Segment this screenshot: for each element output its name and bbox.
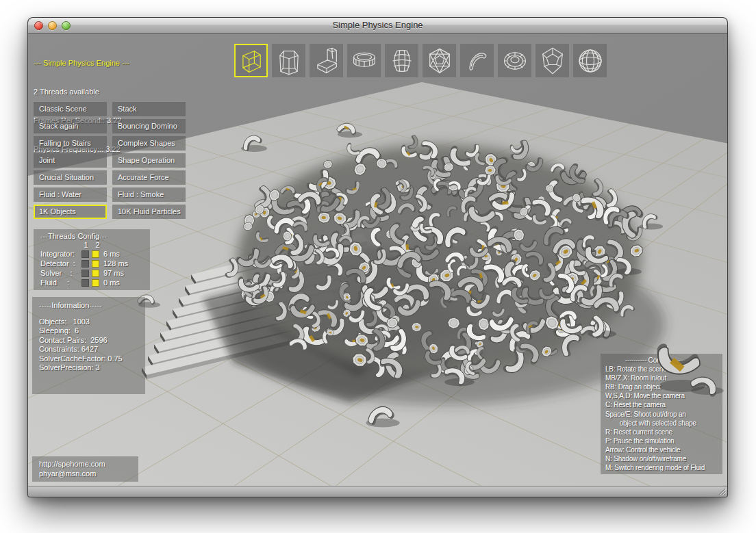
email-link[interactable]: phyar@msn.com — [39, 469, 138, 478]
controls-line: P: Pause the simulation — [605, 437, 722, 445]
threads-row-detector: Detector : 128 ms — [40, 259, 150, 268]
fluid-time: 0 ms — [103, 278, 120, 287]
resize-grip-icon[interactable] — [718, 487, 727, 496]
hud-app-title: --- Simple Physics Engine --- — [34, 58, 129, 68]
sleeping-count: Sleeping: 6 — [39, 326, 145, 336]
controls-line: LB: Rotate the scene — [605, 365, 722, 374]
solver-precision: SolverPrecision: 3 — [39, 363, 145, 373]
thread1-box — [81, 260, 89, 268]
controls-line: Arrow: Control the vehicle — [605, 445, 722, 454]
thread2-box — [92, 260, 99, 268]
links-panel: http://spehome.com phyar@msn.com — [32, 456, 138, 482]
window-title: Simple Physics Engine — [28, 18, 727, 33]
scene-button-fluid-water[interactable]: Fluid : Water — [34, 187, 107, 202]
scene-button-fluid-smoke[interactable]: Fluid : Smoke — [112, 187, 186, 202]
thread2-box — [92, 279, 99, 287]
controls-line: R: Reset current scene — [605, 428, 722, 437]
threads-row-solver: Solver : 97 ms — [40, 268, 150, 278]
threads-available-text: 2 Threads available — [34, 87, 129, 96]
constraints-count: Constraints: 6427 — [39, 345, 145, 354]
app-window: Simple Physics Engine - — [27, 17, 728, 497]
integrator-time: 6 ms — [103, 250, 120, 258]
contact-pairs-count: Contact Pairs: 2596 — [39, 336, 145, 346]
solver-cache-factor: SolverCacheFactor: 0.75 — [39, 354, 145, 364]
scene-button-accurate-force[interactable]: Accurate Force — [112, 170, 186, 185]
controls-line: Space/E: Shoot out/drop an — [605, 410, 722, 419]
threads-config-panel: ---Threads Config--- 1 2 Integrator: 6 m… — [34, 229, 150, 290]
scene-button-grid: Classic Scene Stack Stack again Bouncing… — [34, 102, 186, 219]
thread-column-2-label: 2 — [93, 241, 102, 249]
threads-row-fluid: Fluid : 0 ms — [40, 278, 150, 287]
controls-line: W,S,A,D: Move the camera — [605, 391, 722, 400]
thread1-box — [81, 270, 89, 277]
scene-button-crucial-situation[interactable]: Crucial Situation — [34, 170, 107, 185]
thread1-box — [81, 250, 89, 258]
thread-column-1-label: 1 — [81, 241, 90, 249]
viewport-3d[interactable]: --- Simple Physics Engine --- 2 Threads … — [28, 34, 727, 486]
thread1-box — [81, 279, 89, 287]
shape-prism-icon[interactable] — [272, 44, 305, 77]
information-title: -----Information----- — [39, 301, 145, 311]
detector-time: 128 ms — [103, 259, 128, 268]
shape-torus-icon[interactable] — [498, 44, 531, 77]
information-panel: -----Information----- Objects: 1003 Slee… — [32, 297, 145, 394]
thread2-box — [92, 250, 99, 258]
scene-button-classic-scene[interactable]: Classic Scene — [34, 102, 107, 116]
threads-config-title: ---Threads Config--- — [40, 231, 150, 241]
scene-button-joint[interactable]: Joint — [34, 153, 107, 168]
shape-sphere-icon[interactable] — [573, 44, 607, 77]
homepage-link[interactable]: http://spehome.com — [39, 459, 138, 469]
shape-cube-icon[interactable] — [234, 44, 268, 77]
scene-button-stack[interactable]: Stack — [112, 102, 186, 116]
controls-help-panel: ---------- Controls ----------- LB: Rota… — [601, 354, 722, 474]
controls-line: object with selected shape — [605, 419, 722, 428]
controls-line: N: Shadow on/off/wireframe — [605, 454, 722, 463]
objects-count: Objects: 1003 — [39, 317, 145, 327]
controls-line: RB: Drag an object — [605, 382, 722, 391]
controls-line: MB/Z,X: Room in/out — [605, 374, 722, 382]
titlebar[interactable]: Simple Physics Engine — [28, 18, 727, 34]
shape-ring-icon[interactable] — [347, 44, 381, 77]
thread2-box — [92, 270, 99, 277]
shape-polyhedron-icon[interactable] — [423, 44, 456, 77]
shape-barrel-icon[interactable] — [385, 44, 418, 77]
controls-title: ---------- Controls ----------- — [605, 356, 722, 365]
scene-button-10k-fluid-particles[interactable]: 10K Fluid Particles — [112, 205, 186, 219]
shape-banana-icon[interactable] — [460, 44, 494, 77]
controls-line: M: Switch rendering mode of Fluid — [605, 463, 722, 472]
scene-button-shape-operation[interactable]: Shape Operation — [112, 153, 186, 168]
scene-button-bouncing-domino[interactable]: Bouncing Domino — [112, 119, 186, 133]
shape-chair-icon[interactable] — [310, 44, 343, 77]
scene-button-complex-shapes[interactable]: Complex Shapes — [112, 136, 186, 151]
shape-selector-bar — [234, 44, 607, 77]
threads-row-integrator: Integrator: 6 ms — [40, 249, 150, 259]
scene-button-falling-to-stairs[interactable]: Falling to Stairs — [34, 136, 107, 151]
scene-button-1k-objects[interactable]: 1K Objects — [34, 205, 107, 219]
shape-dodecahedron-icon[interactable] — [536, 44, 569, 77]
solver-time: 97 ms — [103, 269, 124, 277]
statusbar — [28, 486, 727, 497]
scene-button-stack-again[interactable]: Stack again — [34, 119, 107, 133]
controls-line: C: Reset the camera — [605, 400, 722, 409]
